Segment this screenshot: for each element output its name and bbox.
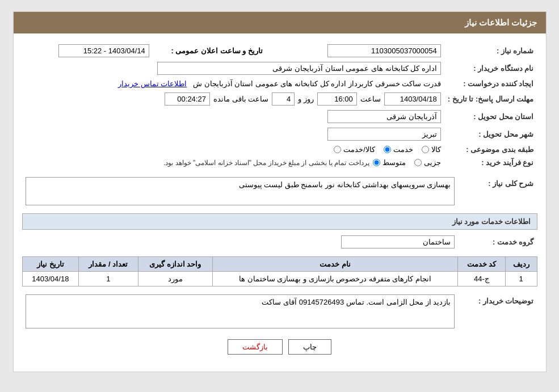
buyer-org-label: نام دستگاه خریدار : [444, 60, 537, 77]
col-name: نام خدمت [212, 257, 457, 272]
response-date-label: مهلت ارسال پاسخ: تا تاریخ : [444, 90, 537, 108]
requester-label: ایجاد کننده درخواست : [444, 77, 537, 90]
buyer-desc-table: توضیحات خریدار : بازدید از محل الزامی اس… [22, 292, 537, 331]
need-desc-table: شرح کلی نیاز : بهسازی سرویسهای بهداشتی ک… [22, 175, 537, 208]
purchase-type-value: جزیی متوسط پرداخت تمام یا بخشی از مبلغ خ… [22, 156, 444, 169]
back-button[interactable]: بازگشت [228, 339, 283, 355]
category-both-radio[interactable] [334, 146, 341, 153]
response-date-row: مهلت ارسال پاسخ: تا تاریخ : 1403/04/18 س… [22, 90, 537, 108]
buyer-org-value: اداره کل کتابخانه های عمومی استان آذربای… [22, 60, 444, 77]
purchase-desc: پرداخت تمام یا بخشی از مبلغ خریداز محل "… [163, 159, 369, 167]
table-row: 1ج-44انجام کارهای متفرقه درخصوص بازسازی … [22, 272, 537, 286]
service-group-value: ساختمان [22, 233, 458, 251]
category-service-radio[interactable] [384, 146, 391, 153]
services-section-header: اطلاعات خدمات مورد نیاز [22, 213, 537, 230]
col-date: تاریخ نیاز [22, 257, 79, 272]
remaining-field: 00:24:27 [165, 92, 210, 106]
category-goods-radio[interactable] [422, 146, 429, 153]
services-header-row: ردیف کد خدمت نام خدمت واحد اندازه گیری ت… [22, 257, 537, 272]
category-goods-label: کالا [431, 145, 441, 154]
need-number-row: شماره نیاز : 1103005037000054 تاریخ و سا… [22, 42, 537, 60]
print-button[interactable]: چاپ [288, 339, 331, 355]
response-date-value: 1403/04/18 ساعت 16:00 روز و 4 ساعت باقی … [22, 90, 444, 108]
category-option-service[interactable]: خدمت [384, 145, 413, 154]
need-desc-row: شرح کلی نیاز : بهسازی سرویسهای بهداشتی ک… [22, 175, 537, 208]
service-group-label: گروه خدمت : [458, 233, 537, 251]
category-value: کالا خدمت کالا/خدمت [22, 143, 444, 156]
services-table: ردیف کد خدمت نام خدمت واحد اندازه گیری ت… [22, 256, 537, 286]
buyer-desc-value: بازدید از محل الزامی است. تماس 091457264… [22, 292, 458, 331]
services-table-body: 1ج-44انجام کارهای متفرقه درخصوص بازسازی … [22, 272, 537, 286]
category-option-both[interactable]: کالا/خدمت [334, 145, 375, 154]
main-container: جزئیات اطلاعات نیاز شماره نیاز : 1103005… [13, 11, 547, 372]
col-unit: واحد اندازه گیری [138, 257, 212, 272]
remaining-label: ساعت باقی مانده [213, 95, 268, 103]
service-group-row: گروه خدمت : ساختمان [22, 233, 537, 251]
col-row: ردیف [505, 257, 537, 272]
category-radio-group: کالا خدمت کالا/خدمت [26, 145, 441, 154]
city-label: شهر محل تحویل : [444, 125, 537, 143]
table-cell-count: 1 [79, 272, 138, 286]
category-both-label: کالا/خدمت [343, 145, 375, 154]
date-field: 1403/04/18 [384, 92, 441, 106]
purchase-type-row: نوع فرآیند خرید : جزیی متوسط [22, 156, 537, 169]
need-desc-label: شرح کلی نیاز : [458, 175, 537, 208]
need-desc-field: بهسازی سرویسهای بهداشتی کتابخانه نور باس… [26, 177, 455, 205]
info-table: شماره نیاز : 1103005037000054 تاریخ و سا… [22, 42, 537, 169]
purchase-partial[interactable]: جزیی [414, 158, 441, 167]
purchase-medium[interactable]: متوسط [373, 158, 406, 167]
main-content: شماره نیاز : 1103005037000054 تاریخ و سا… [14, 33, 546, 372]
days-label: روز و [298, 95, 314, 103]
category-service-label: خدمت [393, 145, 413, 154]
buyer-desc-field: بازدید از محل الزامی است. تماس 091457264… [26, 294, 455, 328]
category-option-goods[interactable]: کالا [422, 145, 441, 154]
purchase-medium-radio[interactable] [373, 159, 380, 166]
city-row: شهر محل تحویل : تبریز [22, 125, 537, 143]
table-cell-date: 1403/04/18 [22, 272, 79, 286]
table-cell-unit: مورد [138, 272, 212, 286]
need-number-value: 1103005037000054 [283, 42, 444, 60]
col-code: کد خدمت [458, 257, 505, 272]
buyer-desc-label: توضیحات خریدار : [458, 292, 537, 331]
province-value: آذربایجان شرقی [22, 108, 444, 125]
purchase-radio-group: جزیی متوسط [373, 158, 441, 167]
requester-text: قدرت ساکت خسرقی کاربرداز اداره کل کتابخا… [193, 79, 441, 88]
page-header: جزئیات اطلاعات نیاز [14, 12, 546, 33]
purchase-partial-radio[interactable] [414, 159, 422, 166]
announce-value: 1403/04/14 - 15:22 [22, 42, 153, 60]
province-label: استان محل تحویل : [444, 108, 537, 125]
category-label: طبقه بندی موضوعی : [444, 143, 537, 156]
buyer-desc-row: توضیحات خریدار : بازدید از محل الزامی اس… [22, 292, 537, 331]
category-row: طبقه بندی موضوعی : کالا خدمت کالا/خدمت [22, 143, 537, 156]
table-cell-code: ج-44 [458, 272, 505, 286]
purchase-medium-label: متوسط [383, 158, 406, 167]
need-number-label: شماره نیاز : [444, 42, 537, 60]
days-field: 4 [272, 92, 295, 106]
requester-value: قدرت ساکت خسرقی کاربرداز اداره کل کتابخا… [22, 77, 444, 90]
date-row: 1403/04/18 ساعت 16:00 روز و 4 ساعت باقی … [26, 92, 441, 106]
purchase-type-label: نوع فرآیند خرید : [444, 156, 537, 169]
announce-label: تاریخ و ساعت اعلان عمومی : [153, 42, 266, 60]
need-desc-value: بهسازی سرویسهای بهداشتی کتابخانه نور باس… [22, 175, 458, 208]
buyer-org-row: نام دستگاه خریدار : اداره کل کتابخانه ها… [22, 60, 537, 77]
need-number-field: 1103005037000054 [327, 44, 441, 57]
purchase-partial-label: جزیی [424, 158, 441, 167]
services-table-head: ردیف کد خدمت نام خدمت واحد اندازه گیری ت… [22, 257, 537, 272]
time-field: 16:00 [317, 92, 357, 106]
city-value: تبریز [22, 125, 444, 143]
province-row: استان محل تحویل : آذربایجان شرقی [22, 108, 537, 125]
service-group-table: گروه خدمت : ساختمان [22, 233, 537, 251]
time-label: ساعت [360, 95, 381, 103]
col-count: تعداد / مقدار [79, 257, 138, 272]
table-cell-name: انجام کارهای متفرقه درخصوص بازسازی و بهس… [212, 272, 457, 286]
purchase-row: جزیی متوسط پرداخت تمام یا بخشی از مبلغ خ… [26, 158, 441, 167]
page-title: جزئیات اطلاعات نیاز [465, 18, 537, 27]
requester-contact-link[interactable]: اطلاعات تماس خریدار [118, 79, 187, 88]
requester-row: ایجاد کننده درخواست : قدرت ساکت خسرقی کا… [22, 77, 537, 90]
table-cell-row: 1 [505, 272, 537, 286]
action-buttons: چاپ بازگشت [22, 339, 537, 363]
